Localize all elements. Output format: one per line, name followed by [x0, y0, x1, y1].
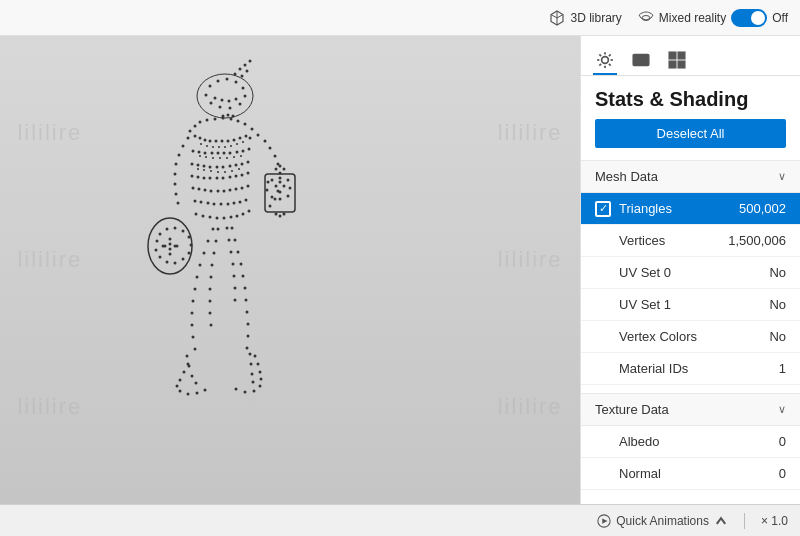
- svg-point-78: [221, 140, 224, 143]
- triangles-row[interactable]: Triangles 500,002: [581, 193, 800, 225]
- svg-point-66: [182, 145, 185, 148]
- svg-point-57: [283, 185, 286, 188]
- svg-point-150: [191, 324, 194, 327]
- normal-label: Normal: [595, 466, 661, 481]
- svg-point-243: [210, 170, 212, 172]
- uvset1-value: No: [769, 297, 786, 312]
- svg-point-125: [200, 201, 203, 204]
- svg-point-13: [234, 73, 237, 76]
- albedo-row[interactable]: Albedo 0: [581, 426, 800, 458]
- svg-point-79: [227, 140, 230, 143]
- svg-point-180: [186, 355, 189, 358]
- svg-point-224: [162, 245, 165, 248]
- svg-point-32: [230, 118, 233, 121]
- svg-point-14: [239, 68, 242, 71]
- svg-point-156: [211, 264, 214, 267]
- mixed-reality-item[interactable]: Mixed reality Off: [638, 9, 788, 27]
- svg-point-121: [235, 188, 238, 191]
- svg-point-233: [242, 141, 244, 143]
- svg-point-133: [195, 213, 198, 216]
- svg-point-108: [216, 177, 219, 180]
- mesh-data-section-header[interactable]: Mesh Data ∨: [581, 160, 800, 193]
- vertex-colors-row[interactable]: Vertex Colors No: [581, 321, 800, 353]
- svg-rect-261: [669, 61, 676, 68]
- svg-point-76: [209, 140, 212, 143]
- svg-point-145: [199, 264, 202, 267]
- svg-point-211: [188, 252, 191, 255]
- svg-line-253: [599, 54, 601, 56]
- svg-point-213: [174, 262, 177, 265]
- grid-tab[interactable]: [665, 51, 689, 75]
- svg-point-96: [203, 165, 206, 168]
- svg-point-165: [240, 263, 243, 266]
- svg-point-99: [222, 166, 225, 169]
- svg-point-220: [169, 248, 172, 251]
- svg-point-132: [245, 199, 248, 202]
- svg-point-102: [241, 163, 244, 166]
- vertices-label: Vertices: [595, 233, 665, 248]
- viewport[interactable]: lililire lililire lililire lililire lili…: [0, 36, 580, 504]
- svg-point-2: [209, 85, 212, 88]
- vertex-colors-value: No: [769, 329, 786, 344]
- zoom-item[interactable]: × 1.0: [761, 514, 788, 528]
- svg-point-67: [178, 154, 181, 157]
- svg-point-242: [203, 169, 205, 171]
- svg-point-196: [254, 355, 257, 358]
- svg-point-69: [174, 173, 177, 176]
- uvset1-row[interactable]: UV Set 1 No: [581, 289, 800, 321]
- vertices-row-left: Vertices: [595, 233, 665, 248]
- texture-data-section-header[interactable]: Texture Data ∨: [581, 393, 800, 426]
- svg-point-208: [182, 230, 185, 233]
- bottom-divider: [744, 513, 745, 529]
- vertices-row[interactable]: Vertices 1,500,006: [581, 225, 800, 257]
- svg-point-163: [234, 239, 237, 242]
- svg-point-215: [159, 256, 162, 259]
- svg-point-25: [232, 115, 235, 118]
- svg-point-217: [156, 240, 159, 243]
- svg-point-136: [216, 217, 219, 220]
- sun-tab[interactable]: [593, 51, 617, 75]
- svg-point-37: [264, 140, 267, 143]
- svg-point-8: [239, 103, 242, 106]
- svg-point-152: [194, 348, 197, 351]
- library-item[interactable]: 3D library: [549, 10, 621, 26]
- cube-icon: [549, 10, 565, 26]
- svg-point-225: [176, 245, 179, 248]
- svg-point-56: [275, 185, 278, 188]
- deselect-all-button[interactable]: Deselect All: [595, 119, 786, 148]
- svg-point-47: [271, 179, 274, 182]
- svg-point-88: [217, 152, 220, 155]
- quick-animations-item[interactable]: Quick Animations: [597, 514, 728, 528]
- svg-point-143: [207, 240, 210, 243]
- svg-point-232: [236, 143, 238, 145]
- svg-point-68: [175, 163, 178, 166]
- svg-point-183: [195, 382, 198, 385]
- vertex-colors-row-left: Vertex Colors: [595, 329, 697, 344]
- normal-row[interactable]: Normal 0: [581, 458, 800, 490]
- svg-point-170: [247, 323, 250, 326]
- svg-point-106: [203, 177, 206, 180]
- uvset0-row[interactable]: UV Set 0 No: [581, 257, 800, 289]
- uvset1-label: UV Set 1: [595, 297, 671, 312]
- svg-point-48: [279, 177, 282, 180]
- svg-point-104: [191, 175, 194, 178]
- svg-point-31: [222, 117, 225, 120]
- svg-point-195: [252, 381, 255, 384]
- material-ids-row[interactable]: Material IDs 1: [581, 353, 800, 385]
- svg-point-38: [269, 147, 272, 150]
- svg-point-154: [215, 240, 218, 243]
- svg-point-97: [209, 166, 212, 169]
- triangles-checkbox[interactable]: [595, 201, 611, 217]
- svg-point-86: [204, 152, 207, 155]
- normal-value: 0: [779, 466, 786, 481]
- image-tab[interactable]: [629, 51, 653, 75]
- svg-point-98: [216, 166, 219, 169]
- svg-point-227: [206, 145, 208, 147]
- material-ids-value: 1: [779, 361, 786, 376]
- svg-point-21: [228, 100, 231, 103]
- svg-point-109: [222, 177, 225, 180]
- mixed-reality-toggle[interactable]: [731, 9, 767, 27]
- svg-point-212: [182, 258, 185, 261]
- svg-point-202: [244, 391, 247, 394]
- zoom-label: × 1.0: [761, 514, 788, 528]
